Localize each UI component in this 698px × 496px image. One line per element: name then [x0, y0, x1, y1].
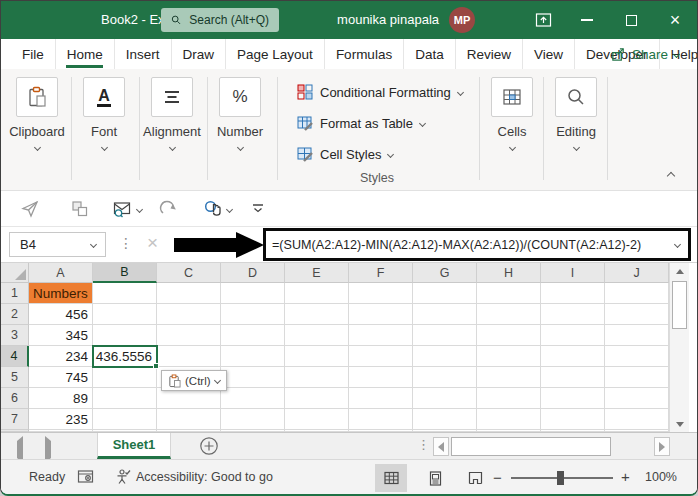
cell-I2[interactable] — [541, 304, 605, 325]
close-button[interactable]: × — [653, 1, 697, 39]
scroll-right-button[interactable] — [654, 437, 670, 456]
row-header-6[interactable]: 6 — [1, 388, 29, 409]
redo-button[interactable] — [159, 197, 177, 221]
column-header-G[interactable]: G — [413, 263, 477, 283]
tab-insert[interactable]: Insert — [115, 39, 172, 69]
formula-bar-handle[interactable]: ⋮ — [119, 235, 133, 251]
zoom-slider[interactable] — [511, 477, 613, 479]
column-header-F[interactable]: F — [349, 263, 413, 283]
cancel-button[interactable]: × — [147, 232, 158, 254]
cell-A7[interactable]: 235 — [29, 409, 93, 430]
cell-A5[interactable]: 745 — [29, 367, 93, 388]
cell-B5[interactable] — [93, 367, 157, 388]
cell-F4[interactable] — [349, 346, 413, 367]
search-input[interactable]: Search (Alt+Q) — [161, 8, 279, 32]
vertical-scrollbar-thumb[interactable] — [672, 281, 687, 329]
alignment-group-button[interactable]: Alignment — [138, 77, 206, 150]
row-header-7[interactable]: 7 — [1, 409, 29, 430]
previous-sheet-button[interactable] — [17, 441, 23, 459]
collapse-ribbon-button[interactable] — [661, 168, 681, 184]
tab-home[interactable]: Home — [56, 39, 115, 69]
cell-J3[interactable] — [605, 325, 669, 346]
column-header-H[interactable]: H — [477, 263, 541, 283]
cell-D7[interactable] — [221, 409, 285, 430]
zoom-out-button[interactable]: − — [493, 469, 502, 486]
cell-A6[interactable]: 89 — [29, 388, 93, 409]
cell-A4[interactable]: 234 — [29, 346, 93, 367]
vertical-scrollbar[interactable] — [669, 263, 689, 432]
column-header-B[interactable]: B — [93, 263, 157, 283]
cell-D1[interactable] — [221, 283, 285, 304]
tab-review[interactable]: Review — [456, 39, 523, 69]
cell-J7[interactable] — [605, 409, 669, 430]
normal-view-button[interactable] — [375, 464, 407, 492]
cell-G6[interactable] — [413, 388, 477, 409]
clipboard-group-button[interactable]: Clipboard — [3, 77, 71, 150]
share-button[interactable]: Share — [603, 42, 687, 66]
tab-file[interactable]: File — [11, 39, 56, 69]
column-header-E[interactable]: E — [285, 263, 349, 283]
column-header-C[interactable]: C — [157, 263, 221, 283]
cell-C1[interactable] — [157, 283, 221, 304]
cell-E6[interactable] — [285, 388, 349, 409]
cell-H2[interactable] — [477, 304, 541, 325]
row-header-1[interactable]: 1 — [1, 283, 29, 304]
cell-C6[interactable] — [157, 388, 221, 409]
column-header-J[interactable]: J — [605, 263, 669, 283]
cell-E3[interactable] — [285, 325, 349, 346]
cells-group-button[interactable]: Cells — [478, 77, 546, 150]
cell-B2[interactable] — [93, 304, 157, 325]
cell-H5[interactable] — [477, 367, 541, 388]
formula-input[interactable]: =(SUM(A2:A12)-MIN(A2:A12)-MAX(A2:A12))/(… — [263, 228, 691, 261]
cell-I3[interactable] — [541, 325, 605, 346]
column-header-I[interactable]: I — [541, 263, 605, 283]
scroll-left-button[interactable] — [433, 437, 449, 456]
name-box[interactable]: B4 — [9, 232, 106, 257]
scrollbar-resize-handle[interactable]: ⋮ — [417, 437, 430, 452]
cell-I5[interactable] — [541, 367, 605, 388]
editing-group-button[interactable]: Editing — [542, 77, 610, 150]
sheet-tab-sheet1[interactable]: Sheet1 — [97, 433, 171, 459]
zoom-slider-thumb[interactable] — [557, 471, 564, 485]
cell-J6[interactable] — [605, 388, 669, 409]
cell-H1[interactable] — [477, 283, 541, 304]
cell-D6[interactable] — [221, 388, 285, 409]
tab-view[interactable]: View — [523, 39, 575, 69]
cell-J5[interactable] — [605, 367, 669, 388]
number-group-button[interactable]: % Number — [206, 77, 274, 150]
horizontal-scrollbar-thumb[interactable] — [451, 437, 611, 456]
group-objects-button[interactable] — [71, 197, 89, 221]
cell-F7[interactable] — [349, 409, 413, 430]
cell-C3[interactable] — [157, 325, 221, 346]
accessibility-checker-button[interactable]: Accessibility: Good to go — [115, 469, 273, 485]
cell-F2[interactable] — [349, 304, 413, 325]
cell-G5[interactable] — [413, 367, 477, 388]
tab-formulas[interactable]: Formulas — [325, 39, 404, 69]
cell-G4[interactable] — [413, 346, 477, 367]
email-review-button[interactable] — [113, 197, 142, 221]
paste-options-button[interactable]: (Ctrl) — [161, 370, 227, 391]
tab-page-layout[interactable]: Page Layout — [226, 39, 325, 69]
column-header-A[interactable]: A — [29, 263, 93, 283]
cell-B6[interactable] — [93, 388, 157, 409]
page-layout-view-button[interactable] — [419, 464, 451, 492]
cell-G2[interactable] — [413, 304, 477, 325]
cell-J4[interactable] — [605, 346, 669, 367]
cell-C7[interactable] — [157, 409, 221, 430]
zoom-level[interactable]: 100% — [645, 470, 677, 484]
fill-handle[interactable] — [153, 363, 159, 369]
touch-mouse-mode-button[interactable] — [204, 197, 232, 221]
format-as-table-button[interactable]: Format as Table — [297, 110, 479, 136]
cell-A3[interactable]: 345 — [29, 325, 93, 346]
cell-A1[interactable]: Numbers — [29, 283, 93, 304]
cell-E1[interactable] — [285, 283, 349, 304]
cell-E5[interactable] — [285, 367, 349, 388]
conditional-formatting-button[interactable]: Conditional Formatting — [297, 79, 479, 105]
cell-I1[interactable] — [541, 283, 605, 304]
cell-F6[interactable] — [349, 388, 413, 409]
cell-C4[interactable] — [157, 346, 221, 367]
tab-draw[interactable]: Draw — [172, 39, 227, 69]
cell-I6[interactable] — [541, 388, 605, 409]
column-header-D[interactable]: D — [221, 263, 285, 283]
cell-F1[interactable] — [349, 283, 413, 304]
